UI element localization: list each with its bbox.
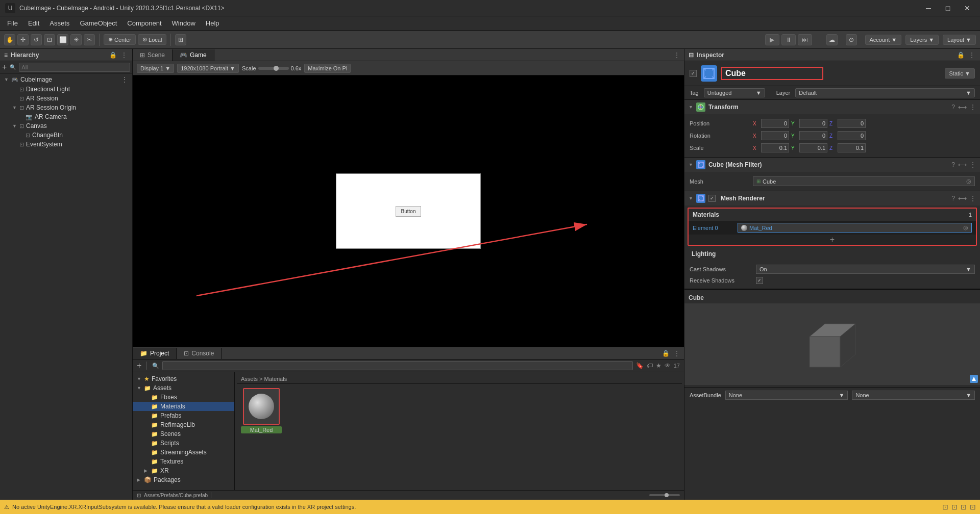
hand-tool-button[interactable]: ✋: [4, 34, 15, 45]
maximize-dropdown[interactable]: Maximize On Pl: [304, 64, 351, 73]
mesh-renderer-header[interactable]: ▼ ✓ Mesh Renderer ? ⟷ ⋮: [684, 191, 980, 205]
center-button[interactable]: ⊕ Center: [104, 34, 136, 45]
receive-shadows-checkbox[interactable]: ✓: [756, 277, 763, 284]
rotation-z-input[interactable]: [838, 131, 866, 140]
hierarchy-more-button[interactable]: ⋮: [120, 52, 128, 59]
mesh-renderer-help-icon[interactable]: ?: [951, 195, 955, 202]
transform-help-icon[interactable]: ?: [951, 104, 955, 111]
hierarchy-add-button[interactable]: +: [2, 63, 7, 72]
asset-bundle-dropdown2[interactable]: None ▼: [852, 391, 975, 400]
project-search-input[interactable]: [162, 361, 632, 370]
sidebar-scenes[interactable]: 📁 Scenes: [133, 429, 234, 439]
menu-file[interactable]: File: [2, 17, 23, 29]
sidebar-textures[interactable]: 📁 Textures: [133, 457, 234, 466]
tree-more-cubeimage[interactable]: ⋮: [121, 75, 128, 84]
tree-item-ar-session-origin[interactable]: ▼ ⊡ AR Session Origin: [0, 103, 132, 112]
hierarchy-lock-button[interactable]: 🔒: [108, 52, 118, 59]
rotate-tool-button[interactable]: ↺: [31, 34, 42, 45]
mesh-filter-settings-icon[interactable]: ⟷: [958, 161, 967, 168]
collab-button[interactable]: ☁: [826, 34, 838, 45]
pause-button[interactable]: ⏸: [781, 34, 796, 45]
mat-red-field[interactable]: Mat_Red ◎: [738, 223, 972, 233]
layers-dropdown[interactable]: Layers ▼: [905, 35, 939, 45]
tree-item-cubeimage[interactable]: ▼ 🎮 CubeImage ⋮: [0, 74, 132, 85]
layout-dropdown[interactable]: Layout ▼: [943, 35, 976, 45]
mesh-renderer-settings-icon[interactable]: ⟷: [958, 195, 967, 202]
bottom-scale-slider[interactable]: [649, 494, 680, 496]
sidebar-fbxes[interactable]: 📁 Fbxes: [133, 393, 234, 402]
tree-item-changebtn[interactable]: ⊡ ChangeBtn: [0, 131, 132, 140]
local-button[interactable]: ⊛ Local: [138, 34, 166, 45]
lighting-header[interactable]: Lighting: [684, 248, 980, 260]
minimize-button[interactable]: ─: [921, 3, 936, 13]
rect-tool-button[interactable]: ⬜: [57, 34, 68, 45]
cast-shadows-dropdown[interactable]: On ▼: [756, 265, 975, 274]
rotation-x-input[interactable]: [761, 131, 789, 140]
cloud-button[interactable]: ⊙: [846, 34, 857, 45]
display-dropdown[interactable]: Display 1 ▼: [137, 64, 174, 73]
scale-tool-button[interactable]: ⊡: [44, 34, 55, 45]
menu-window[interactable]: Window: [167, 17, 201, 29]
menu-gameobject[interactable]: GameObject: [75, 17, 122, 29]
inspector-more-button[interactable]: ⋮: [968, 52, 976, 59]
object-name-input[interactable]: [721, 67, 823, 80]
position-z-input[interactable]: [838, 119, 866, 128]
menu-assets[interactable]: Assets: [44, 17, 75, 29]
tab-console[interactable]: ⊡ Console: [177, 348, 222, 359]
tag-dropdown[interactable]: Untagged ▼: [704, 88, 765, 97]
asset-mat-red[interactable]: Mat_Red: [241, 388, 282, 433]
mesh-value-field[interactable]: ⊞ Cube ◎: [753, 176, 975, 186]
sidebar-streamingassets[interactable]: 📁 StreamingAssets: [133, 448, 234, 457]
transform-more-icon[interactable]: ⋮: [970, 104, 976, 111]
hierarchy-search-input[interactable]: [19, 63, 130, 72]
asset-bundle-dropdown1[interactable]: None ▼: [725, 391, 848, 400]
mesh-renderer-enabled[interactable]: ✓: [708, 195, 716, 202]
menu-component[interactable]: Component: [122, 17, 166, 29]
mesh-filter-header[interactable]: ▼ Cube (Mesh Filter) ? ⟷ ⋮: [684, 158, 980, 172]
menu-edit[interactable]: Edit: [23, 17, 44, 29]
sidebar-xr[interactable]: ▶ 📁 XR: [133, 466, 234, 475]
tree-item-ar-camera[interactable]: 📷 AR Camera: [0, 112, 132, 121]
sidebar-refimagelib[interactable]: 📁 RefImageLib: [133, 420, 234, 429]
sidebar-packages[interactable]: ▶ 📦 Packages: [133, 475, 234, 484]
tab-scene[interactable]: ⊞ Scene: [133, 49, 173, 61]
tree-item-ar-session[interactable]: ⊡ AR Session: [0, 94, 132, 103]
project-add-button[interactable]: +: [137, 361, 141, 370]
inspector-lock-button[interactable]: 🔒: [956, 52, 966, 59]
transform-header[interactable]: ▼ Transform ? ⟷ ⋮: [684, 100, 980, 114]
custom-tool-button[interactable]: ✂: [84, 34, 95, 45]
tab-project[interactable]: 📁 Project: [133, 348, 177, 359]
scale-z-input[interactable]: [838, 143, 866, 152]
position-x-input[interactable]: [761, 119, 789, 128]
rotation-y-input[interactable]: [799, 131, 827, 140]
sidebar-prefabs[interactable]: 📁 Prefabs: [133, 411, 234, 420]
tree-item-canvas[interactable]: ▼ ⊡ Canvas: [0, 121, 132, 131]
resolution-dropdown[interactable]: 1920x1080 Portrait ▼: [177, 64, 239, 73]
bottom-lock-button[interactable]: 🔒: [662, 350, 670, 357]
scale-slider[interactable]: [258, 67, 289, 70]
mesh-filter-more-icon[interactable]: ⋮: [970, 161, 976, 168]
transform-tool-button[interactable]: ☀: [70, 34, 82, 45]
scale-y-input[interactable]: [799, 143, 827, 152]
object-enabled-checkbox[interactable]: ✓: [690, 70, 697, 77]
tab-more-button[interactable]: ⋮: [670, 52, 684, 59]
sidebar-materials[interactable]: 📁 Materials: [133, 402, 234, 411]
sidebar-favorites[interactable]: ▼ ★ Favorites: [133, 374, 234, 383]
tree-item-directional-light[interactable]: ⊡ Directional Light: [0, 85, 132, 94]
static-dropdown[interactable]: Static ▼: [945, 68, 975, 79]
mesh-filter-help-icon[interactable]: ?: [951, 161, 955, 168]
maximize-button[interactable]: □: [940, 3, 955, 13]
bottom-more-button[interactable]: ⋮: [674, 350, 680, 357]
menu-help[interactable]: Help: [201, 17, 225, 29]
close-button[interactable]: ✕: [960, 3, 975, 13]
tree-item-eventsystem[interactable]: ⊡ EventSystem: [0, 140, 132, 149]
play-button[interactable]: ▶: [765, 34, 779, 45]
position-y-input[interactable]: [799, 119, 827, 128]
tab-game[interactable]: 🎮 Game: [173, 49, 214, 61]
sidebar-assets[interactable]: ▼ 📁 Assets: [133, 383, 234, 393]
preview-button[interactable]: Button: [396, 206, 422, 217]
account-dropdown[interactable]: Account ▼: [865, 35, 902, 45]
move-tool-button[interactable]: ✛: [17, 34, 29, 45]
step-button[interactable]: ⏭: [798, 34, 812, 45]
grid-button[interactable]: ⊞: [175, 34, 186, 45]
